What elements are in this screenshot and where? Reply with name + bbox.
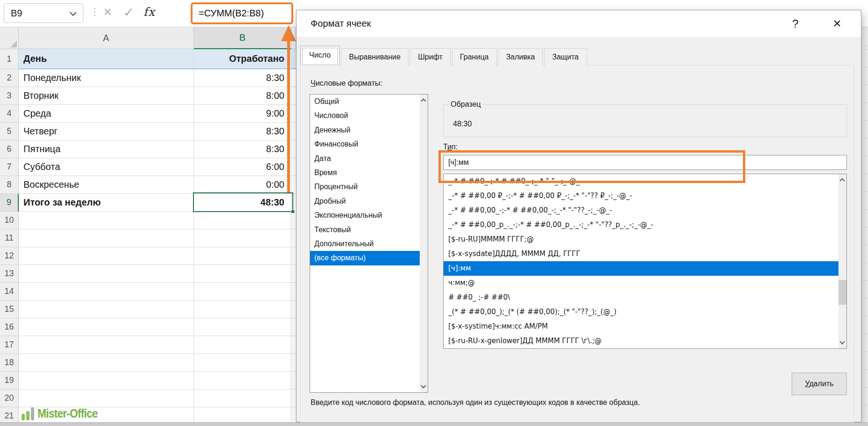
fill-handle[interactable]	[291, 210, 295, 213]
cell-b[interactable]	[194, 336, 291, 354]
column-header-b[interactable]: B	[194, 27, 291, 49]
category-item[interactable]: Денежный	[310, 123, 428, 137]
dialog-tab[interactable]: Заливка	[498, 48, 543, 66]
format-item[interactable]: # ##0_ ;-# ##0\	[444, 290, 846, 305]
category-item[interactable]: Дополнительный	[310, 237, 428, 251]
format-item[interactable]: _(* # ##0,00_);_(* (# ##0,00);_(* "-"??_…	[444, 305, 846, 319]
cell-b[interactable]: 8:30	[194, 123, 291, 140]
cell-a[interactable]	[19, 372, 194, 389]
cell-c[interactable]	[291, 301, 296, 318]
format-item[interactable]: _-* # ##0,00_-;-* # ##0,00_-;_-* "-"??_-…	[444, 203, 846, 218]
cell-b[interactable]	[194, 212, 291, 229]
cell-a[interactable]	[19, 283, 194, 301]
category-scrollbar[interactable]	[420, 95, 428, 392]
close-icon[interactable]: ×	[826, 10, 848, 37]
format-item[interactable]: [$-ru-RU]ММММ ГГГГ;@	[444, 232, 846, 247]
cell-a[interactable]: Понедельник	[19, 69, 194, 87]
category-item[interactable]: Общий	[310, 95, 428, 109]
select-all-corner[interactable]	[0, 27, 19, 49]
cell-a[interactable]: Суббота	[19, 158, 194, 176]
cell-a[interactable]	[19, 389, 194, 407]
cell-a1[interactable]: День	[19, 49, 194, 69]
cell-b[interactable]: 0:00	[194, 176, 291, 194]
cell-a[interactable]	[19, 336, 194, 354]
row-number[interactable]: 3	[0, 87, 19, 105]
cell-b[interactable]	[194, 301, 291, 318]
format-item[interactable]: [$-x-systime]ч:мм:сс AM/PM	[444, 319, 846, 334]
row-number[interactable]: 14	[0, 283, 19, 301]
category-item[interactable]: Текстовый	[310, 223, 428, 237]
delete-button[interactable]: Удалить	[792, 373, 847, 395]
cell-c[interactable]	[291, 318, 296, 336]
format-item[interactable]: _-* # ##0_-;-* # ##0_-;_-* "-"_-;_-@_-	[444, 174, 846, 189]
drag-handle-icon[interactable]: ⋮	[90, 6, 99, 17]
scroll-down-icon[interactable]	[421, 383, 426, 388]
format-item[interactable]: [$-x-sysdate]ДДДД, ММММ ДД, ГГГГ	[444, 247, 846, 261]
cell-c[interactable]	[291, 212, 296, 229]
row-number[interactable]: 16	[0, 318, 19, 336]
cell-c[interactable]	[291, 105, 296, 123]
cell-b[interactable]	[194, 318, 291, 336]
chevron-down-icon[interactable]	[70, 9, 76, 16]
cell-a[interactable]	[19, 229, 194, 247]
category-item[interactable]: (все форматы)	[310, 251, 428, 265]
format-item[interactable]: _-* # ##0,00_р_._-;-* # ##0,00_р_._-;_-*…	[444, 218, 846, 232]
cell-c[interactable]	[291, 123, 296, 140]
cell-a[interactable]	[19, 212, 194, 229]
formula-input[interactable]: =СУММ(B2:B8)	[191, 2, 293, 24]
cell-b[interactable]: 6:00	[194, 158, 291, 176]
scrollbar-strip[interactable]	[861, 27, 868, 422]
row-number[interactable]: 12	[0, 247, 19, 265]
row-number[interactable]: 1	[0, 49, 19, 69]
format-item[interactable]: ч:мм;@	[444, 276, 846, 290]
dialog-tab[interactable]: Граница	[452, 48, 497, 66]
dialog-tab[interactable]: Защита	[544, 48, 587, 66]
cell-a[interactable]: Воскресенье	[19, 176, 194, 194]
cell-b[interactable]	[194, 229, 291, 247]
cell-b[interactable]	[194, 283, 291, 301]
category-item[interactable]: Экспоненциальный	[310, 208, 428, 222]
row-number[interactable]: 11	[0, 229, 19, 247]
scroll-up-icon[interactable]	[421, 98, 426, 103]
category-item[interactable]: Процентный	[310, 180, 428, 194]
cell-c[interactable]	[291, 158, 296, 176]
cell-b[interactable]: 8:30	[194, 69, 291, 87]
cell-b[interactable]: 8:00	[194, 87, 291, 105]
cell-b[interactable]	[194, 247, 291, 265]
cell-c[interactable]	[291, 87, 296, 105]
cell-c[interactable]	[291, 336, 296, 354]
cell-a[interactable]: Итого за неделю	[19, 194, 194, 212]
cell-a[interactable]	[19, 354, 194, 372]
category-item[interactable]: Время	[310, 166, 428, 180]
cell-c[interactable]	[291, 283, 296, 301]
dialog-tab[interactable]: Выравнивание	[341, 48, 408, 66]
column-header-a[interactable]: A	[19, 27, 194, 49]
cell-b[interactable]: 9:00	[194, 105, 291, 123]
cell-c[interactable]	[291, 354, 296, 372]
format-scrollbar[interactable]	[838, 174, 846, 348]
cell-c[interactable]	[291, 140, 296, 158]
scrollbar-thumb[interactable]	[838, 280, 846, 305]
cell-b1[interactable]: Отработано	[194, 49, 291, 69]
row-number[interactable]: 8	[0, 176, 19, 194]
row-number[interactable]: 15	[0, 301, 19, 318]
row-number[interactable]: 18	[0, 354, 19, 372]
cell-b[interactable]	[194, 354, 291, 372]
scroll-down-icon[interactable]	[839, 339, 845, 344]
row-number[interactable]: 6	[0, 140, 19, 158]
row-number[interactable]: 2	[0, 69, 19, 87]
cell-a[interactable]	[19, 247, 194, 265]
row-number[interactable]: 10	[0, 212, 19, 229]
row-number[interactable]: 17	[0, 336, 19, 354]
cell-a[interactable]	[19, 301, 194, 318]
category-item[interactable]: Финансовый	[310, 137, 428, 151]
category-item[interactable]: Дата	[310, 152, 428, 166]
cell-c[interactable]	[291, 176, 296, 194]
dialog-tab[interactable]: Шрифт	[410, 48, 451, 66]
cell-a[interactable]: Пятница	[19, 140, 194, 158]
category-item[interactable]: Дробный	[310, 194, 428, 208]
confirm-entry-icon[interactable]: ✓	[123, 5, 134, 20]
row-number[interactable]: 7	[0, 158, 19, 176]
cell-a[interactable]	[19, 265, 194, 283]
format-item[interactable]: _-* # ##0,00 ₽_-;-* # ##0,00 ₽_-;_-* "-"…	[444, 189, 846, 203]
